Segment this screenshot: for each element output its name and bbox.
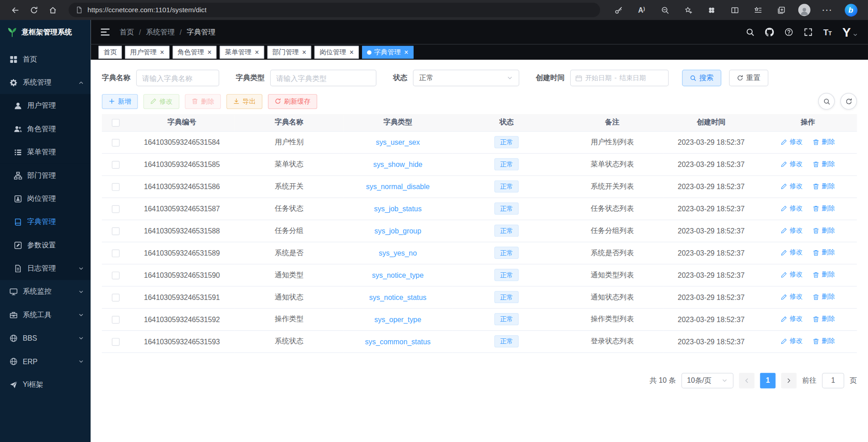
- tab-role-management[interactable]: 角色管理×: [172, 46, 216, 58]
- back-icon[interactable]: [5, 2, 24, 19]
- refresh-icon[interactable]: [24, 2, 43, 19]
- extensions-icon[interactable]: [700, 2, 723, 19]
- dict-type-link[interactable]: sys_oper_type: [374, 315, 421, 323]
- row-delete-link[interactable]: 删除: [813, 248, 835, 257]
- add-button[interactable]: 新增: [102, 94, 138, 109]
- tab-user-management[interactable]: 用户管理×: [125, 46, 169, 58]
- refresh-cache-button[interactable]: 刷新缓存: [268, 94, 317, 109]
- read-aloud-icon[interactable]: A): [630, 2, 653, 19]
- row-checkbox[interactable]: [112, 249, 119, 257]
- sidebar-item-menu-management[interactable]: 菜单管理: [0, 141, 91, 164]
- close-icon[interactable]: ×: [207, 49, 211, 56]
- search-icon[interactable]: [746, 28, 755, 37]
- hamburger-icon[interactable]: [101, 28, 110, 37]
- question-icon[interactable]: [785, 28, 794, 37]
- row-edit-link[interactable]: 修改: [781, 226, 803, 235]
- sidebar-item-system-monitor[interactable]: 系统监控: [0, 280, 91, 303]
- dict-type-link[interactable]: sys_common_status: [365, 337, 431, 345]
- export-button[interactable]: 导出: [226, 94, 262, 109]
- row-delete-link[interactable]: 删除: [813, 292, 835, 302]
- row-edit-link[interactable]: 修改: [781, 138, 803, 147]
- row-delete-link[interactable]: 删除: [813, 138, 835, 147]
- row-checkbox[interactable]: [112, 183, 119, 190]
- row-checkbox[interactable]: [112, 161, 119, 169]
- dict-type-link[interactable]: sys_user_sex: [376, 138, 420, 146]
- app-logo[interactable]: 意框架管理系统: [0, 20, 91, 44]
- row-edit-link[interactable]: 修改: [781, 292, 803, 302]
- close-icon[interactable]: ×: [302, 49, 306, 56]
- dict-type-link[interactable]: sys_job_status: [374, 204, 421, 213]
- sidebar-item-user-management[interactable]: 用户管理: [0, 94, 91, 117]
- split-screen-icon[interactable]: [723, 2, 746, 19]
- profile-avatar-icon[interactable]: [793, 2, 816, 19]
- row-checkbox[interactable]: [112, 205, 119, 213]
- dict-type-link[interactable]: sys_yes_no: [379, 249, 417, 257]
- dict-type-link[interactable]: sys_normal_disable: [366, 182, 430, 190]
- home-icon[interactable]: [43, 2, 62, 19]
- toggle-search-button[interactable]: [818, 93, 835, 109]
- github-icon[interactable]: [765, 28, 774, 37]
- page-1-button[interactable]: 1: [760, 373, 775, 388]
- row-delete-link[interactable]: 删除: [813, 204, 835, 213]
- row-edit-link[interactable]: 修改: [781, 337, 803, 346]
- next-page-button[interactable]: [781, 373, 796, 388]
- dict-name-input[interactable]: [142, 74, 213, 82]
- password-key-icon[interactable]: [607, 2, 630, 19]
- sidebar-item-erp[interactable]: ERP: [0, 350, 91, 373]
- sidebar-item-role-management[interactable]: 角色管理: [0, 117, 91, 140]
- breadcrumb-item[interactable]: 首页: [119, 27, 134, 37]
- tab-dept-management[interactable]: 部门管理×: [267, 46, 311, 58]
- row-edit-link[interactable]: 修改: [781, 159, 803, 169]
- row-delete-link[interactable]: 删除: [813, 314, 835, 324]
- dict-type-link[interactable]: sys_show_hide: [373, 160, 423, 168]
- row-checkbox[interactable]: [112, 294, 119, 301]
- sidebar-item-home[interactable]: 首页: [0, 48, 91, 71]
- tab-menu-management[interactable]: 菜单管理×: [220, 46, 264, 58]
- dict-type-input[interactable]: [276, 74, 370, 82]
- row-checkbox[interactable]: [112, 227, 119, 235]
- zoom-out-icon[interactable]: [653, 2, 676, 19]
- row-delete-link[interactable]: 删除: [813, 337, 835, 346]
- favorites-bar-icon[interactable]: [746, 2, 769, 19]
- row-edit-link[interactable]: 修改: [781, 181, 803, 191]
- tab-home[interactable]: 首页: [99, 46, 122, 58]
- more-options-icon[interactable]: ···: [816, 2, 839, 19]
- row-checkbox[interactable]: [112, 139, 119, 147]
- row-delete-link[interactable]: 删除: [813, 159, 835, 169]
- status-select[interactable]: 正常: [413, 70, 520, 86]
- delete-button[interactable]: 删除: [185, 94, 221, 109]
- tab-post-management[interactable]: 岗位管理×: [315, 46, 358, 58]
- row-checkbox[interactable]: [112, 316, 119, 323]
- close-icon[interactable]: ×: [349, 49, 353, 56]
- select-all-checkbox[interactable]: [112, 119, 119, 127]
- row-delete-link[interactable]: 删除: [813, 270, 835, 280]
- dict-type-link[interactable]: sys_job_group: [374, 227, 421, 235]
- close-icon[interactable]: ×: [255, 49, 259, 56]
- sidebar-item-system-tools[interactable]: 系统工具: [0, 303, 91, 326]
- sidebar-item-yi-framework[interactable]: Yi框架: [0, 373, 91, 396]
- sidebar-item-param-settings[interactable]: 参数设置: [0, 233, 91, 257]
- refresh-table-button[interactable]: [840, 93, 857, 109]
- row-checkbox[interactable]: [112, 271, 119, 279]
- sidebar-item-dept-management[interactable]: 部门管理: [0, 164, 91, 187]
- row-delete-link[interactable]: 删除: [813, 226, 835, 235]
- sidebar-item-log-management[interactable]: 日志管理: [0, 257, 91, 280]
- row-checkbox[interactable]: [112, 338, 119, 346]
- close-icon[interactable]: ×: [404, 49, 408, 56]
- dict-type-link[interactable]: sys_notice_type: [372, 271, 424, 279]
- bing-chat-icon[interactable]: b: [839, 2, 862, 19]
- sidebar-item-bbs[interactable]: BBS: [0, 326, 91, 349]
- fullscreen-icon[interactable]: [804, 28, 813, 37]
- row-edit-link[interactable]: 修改: [781, 204, 803, 213]
- close-icon[interactable]: ×: [160, 49, 164, 56]
- goto-page-input[interactable]: [822, 373, 844, 388]
- font-size-icon[interactable]: TT: [823, 28, 832, 36]
- row-delete-link[interactable]: 删除: [813, 181, 835, 191]
- user-avatar[interactable]: Y: [842, 26, 858, 38]
- dict-type-link[interactable]: sys_notice_status: [369, 293, 426, 301]
- row-edit-link[interactable]: 修改: [781, 270, 803, 280]
- prev-page-button[interactable]: [739, 373, 754, 388]
- reset-button[interactable]: 重置: [729, 70, 768, 86]
- row-edit-link[interactable]: 修改: [781, 314, 803, 324]
- tab-dict-management[interactable]: 字典管理×: [362, 46, 413, 58]
